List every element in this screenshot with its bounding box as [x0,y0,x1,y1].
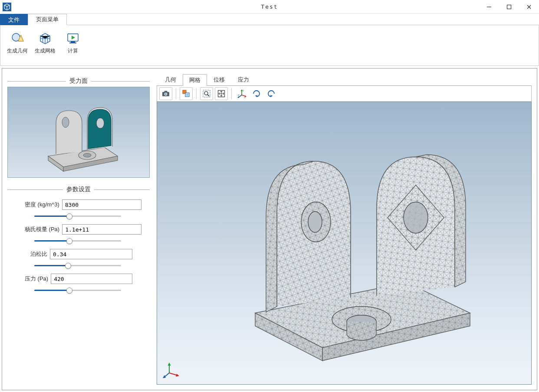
generate-mesh-button[interactable]: 生成网格 [32,28,59,65]
svg-point-14 [83,154,91,157]
param-title: 参数设置 [66,186,91,193]
zoom-box-button[interactable] [200,87,213,100]
geometry-icon [9,30,26,46]
force-face-preview[interactable] [7,87,150,178]
svg-point-41 [308,211,322,232]
rotate-ccw-icon [252,89,261,98]
generate-geometry-label: 生成几何 [7,48,28,54]
svg-point-18 [165,93,166,95]
generate-mesh-label: 生成网格 [35,48,56,54]
axes-icon: y z x [237,89,246,98]
rotate-right-button[interactable] [265,87,278,100]
view-tab-mesh[interactable]: 网格 [183,74,207,86]
generate-geometry-button[interactable]: 生成几何 [4,28,31,65]
compute-label: 计算 [68,48,78,54]
screenshot-button[interactable] [159,87,172,100]
svg-point-23 [204,91,208,95]
zoom-box-icon [202,89,211,98]
maximize-button[interactable] [499,0,519,14]
viewport-toolbar: y z x [157,85,532,101]
mesh-icon [37,30,53,46]
minimize-icon [486,4,492,10]
view-tab-stress[interactable]: 应力 [231,74,256,85]
force-face-title-row: 受力面 [7,77,150,85]
svg-text:x: x [244,96,246,98]
minimize-button[interactable] [479,0,499,14]
poisson-block: 泊松比 [7,249,150,268]
ribbon-tab-page[interactable]: 页面菜单 [28,14,67,25]
svg-rect-16 [164,91,168,92]
left-panel: 受力面 [7,74,150,385]
maximize-icon [506,4,512,10]
density-input[interactable] [62,199,141,210]
pressure-input[interactable] [51,274,132,284]
axis-gizmo-icon [162,362,180,379]
pressure-block: 压力 (Pa) [7,274,150,292]
compute-button[interactable]: 计算 [59,28,86,65]
close-icon [526,4,532,10]
zoom-extents-button[interactable] [215,87,228,100]
window-controls [479,0,539,14]
ribbon-tab-file[interactable]: 文件 [0,14,28,25]
ribbon-tab-strip: 文件 页面菜单 [0,14,539,25]
youngs-slider[interactable] [34,240,121,242]
rotate-cw-icon [266,89,276,98]
axes-button[interactable]: y z x [235,87,248,100]
view-tab-displacement[interactable]: 位移 [207,74,231,85]
svg-marker-47 [176,374,179,377]
zoom-extents-icon [217,89,226,98]
content-area: 受力面 [0,66,539,392]
rotate-left-button[interactable] [250,87,263,100]
right-panel: 几何 网格 位移 应力 [157,74,532,385]
selection-mode-icon [182,89,191,98]
force-face-group: 受力面 [7,74,150,178]
svg-text:z: z [238,94,239,96]
viewport-3d[interactable] [157,101,532,385]
svg-rect-1 [507,5,511,9]
svg-point-11 [62,117,69,127]
density-label: 密度 (kg/m^3) [25,201,59,209]
compute-icon [65,30,81,46]
param-group: 参数设置 密度 (kg/m^3) 杨氏模量 (Pa) [7,182,150,298]
density-block: 密度 (kg/m^3) [7,199,150,218]
selection-mode-button[interactable] [180,87,193,100]
svg-text:y: y [243,89,244,91]
poisson-slider[interactable] [34,265,121,266]
svg-point-12 [96,118,104,128]
density-slider[interactable] [34,216,121,217]
ribbon-group-main: 生成几何 生成网格 计算 [1,27,89,65]
pressure-slider[interactable] [34,290,121,291]
title-bar: Test [0,0,539,14]
content-inner: 受力面 [2,68,537,390]
pressure-label: 压力 (Pa) [25,275,48,283]
poisson-input[interactable] [50,249,132,259]
svg-rect-21 [186,94,188,96]
app-icon [0,0,14,14]
camera-icon [161,89,170,98]
youngs-block: 杨氏模量 (Pa) [7,224,150,243]
svg-rect-6 [69,42,76,43]
bracket-mesh-icon [203,131,485,365]
close-button[interactable] [519,0,539,14]
ribbon-body: 生成几何 生成网格 计算 [0,25,539,66]
youngs-input[interactable] [62,224,141,235]
force-face-title: 受力面 [69,77,88,85]
param-title-row: 参数设置 [7,186,150,193]
bracket-preview-icon [22,91,135,173]
poisson-label: 泊松比 [25,250,47,258]
svg-rect-5 [71,41,75,42]
svg-marker-46 [168,363,171,366]
view-tab-strip: 几何 网格 位移 应力 [158,74,532,85]
view-tab-geometry[interactable]: 几何 [158,74,183,85]
window-title: Test [261,3,278,10]
youngs-label: 杨氏模量 (Pa) [25,225,59,233]
